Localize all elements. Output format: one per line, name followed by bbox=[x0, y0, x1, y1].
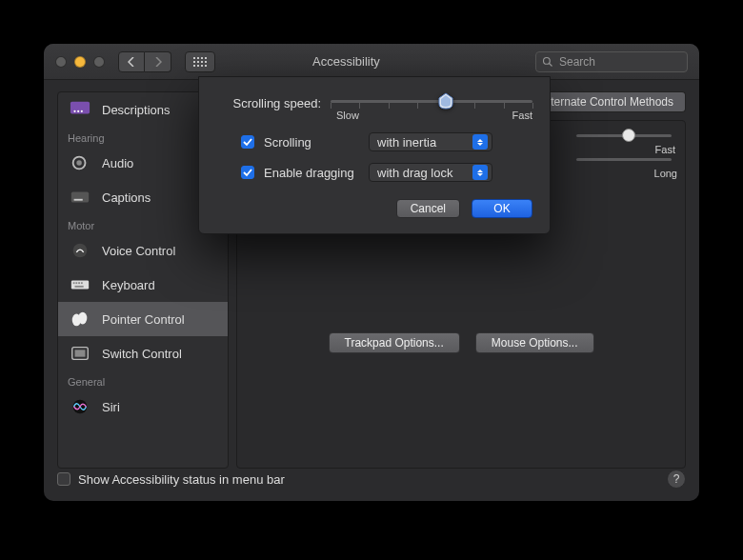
svg-line-1 bbox=[550, 63, 552, 66]
slider-min-label: Slow bbox=[336, 110, 359, 121]
close-window-button[interactable] bbox=[55, 56, 67, 68]
sheet-actions: Cancel OK bbox=[216, 199, 532, 218]
check-icon bbox=[243, 137, 252, 147]
svg-rect-12 bbox=[73, 282, 75, 284]
sidebar-item-label: Captions bbox=[102, 190, 151, 205]
svg-rect-13 bbox=[75, 282, 77, 284]
keyboard-icon bbox=[68, 274, 92, 295]
nav-back-forward bbox=[118, 51, 171, 72]
back-button[interactable] bbox=[118, 51, 145, 72]
trackpad-options-button[interactable]: Trackpad Options... bbox=[329, 332, 460, 353]
show-status-label: Show Accessibility status in menu bar bbox=[78, 472, 285, 487]
sidebar-item-label: Audio bbox=[102, 156, 133, 170]
sidebar-item-label: Keyboard bbox=[102, 278, 155, 292]
sidebar-item-label: Siri bbox=[102, 400, 120, 414]
slider-max-label: Fast bbox=[512, 110, 532, 121]
pointer-control-icon bbox=[68, 309, 92, 330]
enable-dragging-label: Enable dragging bbox=[264, 166, 359, 180]
show-all-button[interactable] bbox=[185, 51, 215, 72]
svg-point-10 bbox=[73, 244, 88, 258]
sidebar-item-label: Pointer Control bbox=[102, 312, 185, 327]
svg-point-4 bbox=[77, 110, 79, 112]
scrolling-row: Scrolling with inertia bbox=[216, 132, 532, 151]
window-title: Accessibility bbox=[312, 54, 380, 69]
search-field[interactable]: Search bbox=[535, 51, 688, 72]
titlebar: Accessibility Search bbox=[44, 44, 699, 80]
tab-label: Alternate Control Methods bbox=[541, 95, 673, 109]
popup-value: with inertia bbox=[377, 135, 436, 150]
footer: Show Accessibility status in menu bar ? bbox=[57, 469, 686, 490]
descriptions-icon bbox=[68, 99, 92, 120]
switch-control-icon bbox=[68, 343, 92, 364]
check-icon bbox=[243, 168, 252, 177]
captions-icon bbox=[68, 187, 92, 208]
svg-rect-9 bbox=[74, 199, 83, 201]
grid-icon bbox=[193, 57, 207, 67]
search-icon bbox=[542, 56, 553, 68]
panel-actions: Trackpad Options... Mouse Options... bbox=[251, 332, 672, 353]
svg-rect-2 bbox=[70, 102, 90, 114]
cancel-button[interactable]: Cancel bbox=[396, 199, 460, 218]
tab-bar: .. Alternate Control Methods bbox=[532, 91, 686, 112]
slider-max-label: Long bbox=[654, 168, 677, 179]
popup-arrows-icon bbox=[472, 165, 488, 180]
dragging-mode-popup[interactable]: with drag lock bbox=[369, 163, 492, 182]
popup-value: with drag lock bbox=[377, 166, 452, 180]
trackpad-options-sheet: Scrolling speed: Slow Fast Scrolling wit… bbox=[198, 76, 551, 234]
enable-dragging-checkbox[interactable] bbox=[241, 166, 254, 179]
svg-rect-20 bbox=[75, 350, 86, 356]
ok-button[interactable]: OK bbox=[472, 199, 532, 218]
svg-rect-14 bbox=[78, 282, 80, 284]
sidebar-item-siri[interactable]: Siri bbox=[58, 390, 228, 424]
help-button[interactable]: ? bbox=[667, 470, 686, 489]
slider-max-label: Fast bbox=[655, 144, 675, 155]
siri-icon bbox=[68, 396, 92, 417]
svg-rect-8 bbox=[71, 192, 89, 203]
tab-alt-control[interactable]: .. Alternate Control Methods bbox=[532, 91, 686, 112]
svg-point-0 bbox=[544, 57, 551, 64]
sidebar-item-voice-control[interactable]: Voice Control bbox=[58, 233, 228, 268]
sidebar-item-pointer-control[interactable]: Pointer Control bbox=[58, 302, 228, 336]
sidebar-item-label: Descriptions bbox=[102, 103, 171, 117]
scrolling-mode-popup[interactable]: with inertia bbox=[369, 132, 492, 151]
background-slider-2[interactable]: Long bbox=[576, 158, 672, 161]
sidebar-item-keyboard[interactable]: Keyboard bbox=[58, 268, 228, 302]
popup-arrows-icon bbox=[472, 134, 488, 150]
svg-point-7 bbox=[76, 160, 82, 166]
slider-knob[interactable] bbox=[622, 129, 635, 142]
svg-point-5 bbox=[81, 110, 83, 112]
svg-rect-11 bbox=[71, 280, 89, 289]
scrolling-label: Scrolling bbox=[264, 135, 359, 150]
forward-button[interactable] bbox=[145, 51, 171, 72]
traffic-lights bbox=[55, 56, 105, 68]
svg-rect-16 bbox=[75, 286, 84, 288]
minimize-window-button[interactable] bbox=[74, 56, 86, 68]
sidebar-item-label: Switch Control bbox=[102, 347, 182, 361]
scrolling-speed-label: Scrolling speed: bbox=[216, 96, 321, 110]
scrolling-speed-slider[interactable]: Slow Fast bbox=[331, 90, 532, 115]
voice-control-icon bbox=[68, 240, 92, 261]
dragging-row: Enable dragging with drag lock bbox=[216, 163, 532, 182]
background-slider[interactable]: Fast bbox=[576, 134, 672, 137]
scrolling-checkbox[interactable] bbox=[241, 135, 254, 149]
sidebar-item-label: Voice Control bbox=[102, 244, 175, 258]
audio-icon bbox=[68, 152, 92, 173]
slider-knob[interactable] bbox=[437, 92, 454, 110]
svg-point-3 bbox=[73, 110, 75, 112]
svg-rect-15 bbox=[81, 282, 83, 284]
mouse-options-button[interactable]: Mouse Options... bbox=[475, 332, 594, 353]
scrolling-speed-row: Scrolling speed: Slow Fast bbox=[216, 90, 532, 115]
sidebar-category: General bbox=[58, 370, 228, 390]
zoom-window-button[interactable] bbox=[93, 56, 105, 68]
question-icon: ? bbox=[673, 472, 680, 486]
svg-point-18 bbox=[78, 312, 87, 325]
show-status-checkbox[interactable] bbox=[57, 472, 70, 486]
sidebar-item-switch-control[interactable]: Switch Control bbox=[58, 336, 228, 370]
search-placeholder: Search bbox=[559, 55, 595, 69]
